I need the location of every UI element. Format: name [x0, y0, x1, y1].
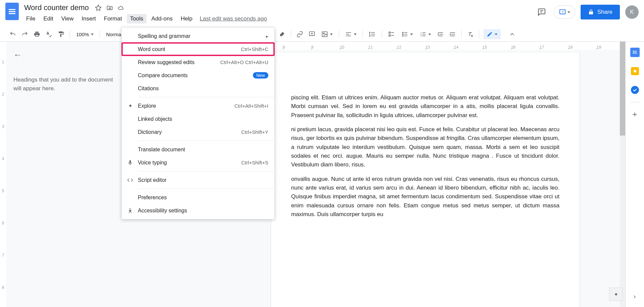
move-icon[interactable] [106, 4, 113, 11]
undo-icon[interactable] [8, 30, 17, 39]
menu-item-label: Script editor [138, 177, 166, 183]
line-spacing-icon[interactable] [367, 31, 378, 38]
menu-shortcut: Ctrl+Alt+Shift+I [234, 103, 268, 109]
ruler-tick: 7 [0, 253, 6, 285]
collapse-toolbar-icon[interactable] [507, 30, 517, 39]
calendar-icon[interactable]: 31 [628, 46, 642, 59]
menu-shortcut: Ctrl+Shift+C [241, 46, 268, 52]
menu-edit[interactable]: Edit [40, 14, 56, 23]
outline-hint: Headings that you add to the document wi… [13, 75, 114, 93]
explore-icon: ✦ [126, 102, 134, 110]
bullet-list-icon[interactable] [399, 31, 415, 38]
add-addon-icon[interactable]: + [628, 108, 642, 121]
ruler-tick: 17 [540, 45, 568, 50]
menu-item-label: Preferences [138, 195, 167, 201]
menu-item-word-count[interactable]: Word count Ctrl+Shift+C [122, 43, 274, 56]
menu-item-voice-typing[interactable]: Voice typing Ctrl+Shift+S [122, 156, 274, 169]
zoom-value: 100% [76, 32, 89, 37]
menu-tools[interactable]: Tools [127, 14, 147, 23]
clear-formatting-icon[interactable] [466, 30, 475, 39]
explore-fab-icon[interactable]: ✦ [609, 288, 623, 301]
new-badge: New [253, 72, 268, 79]
redo-icon[interactable] [20, 30, 30, 39]
zoom-select[interactable]: 100% [74, 32, 96, 37]
menu-item-linked-objects[interactable]: Linked objects [122, 112, 274, 125]
menu-shortcut: Ctrl+Shift+Y [241, 129, 268, 135]
numbered-list-icon[interactable]: 123 [418, 31, 433, 38]
menu-item-script-editor[interactable]: Script editor [122, 173, 274, 187]
menu-divider [138, 171, 274, 171]
insert-image-icon[interactable] [319, 31, 335, 38]
document-title[interactable]: Word counter demo [23, 3, 90, 13]
close-outline-icon[interactable]: ← [13, 50, 114, 60]
menu-addons[interactable]: Add-ons [148, 14, 176, 23]
indent-increase-icon[interactable] [448, 30, 457, 39]
menu-item-label: Dictionary [138, 129, 162, 135]
menu-item-label: Translate document [138, 147, 185, 153]
align-icon[interactable] [343, 31, 359, 38]
menu-help[interactable]: Help [177, 14, 196, 23]
separator [382, 30, 382, 38]
docs-logo-icon[interactable] [5, 3, 19, 20]
highlight-color-icon[interactable] [277, 30, 287, 39]
menu-insert[interactable]: Insert [78, 14, 99, 23]
menu-view[interactable]: View [58, 14, 77, 23]
menu-item-review-edits[interactable]: Review suggested edits Ctrl+Alt+O Ctrl+A… [122, 56, 274, 69]
menu-format[interactable]: Format [101, 14, 125, 23]
menu-item-citations[interactable]: Citations [122, 82, 274, 95]
ruler-tick: 8 [283, 45, 311, 50]
svg-point-8 [402, 36, 404, 37]
star-icon[interactable] [95, 4, 102, 11]
svg-rect-5 [389, 35, 390, 36]
svg-point-7 [402, 34, 404, 35]
menu-item-compare[interactable]: Compare documents New [122, 69, 274, 82]
menu-item-spelling[interactable]: Spelling and grammar ▸ [122, 30, 274, 43]
menu-divider [138, 141, 274, 141]
comment-history-icon[interactable] [535, 5, 548, 19]
code-icon [126, 176, 134, 184]
menu-divider [138, 97, 274, 97]
insert-link-icon[interactable] [295, 30, 305, 39]
print-icon[interactable] [32, 30, 42, 39]
indent-decrease-icon[interactable] [436, 30, 445, 39]
menu-item-translate[interactable]: Translate document [122, 143, 274, 156]
menu-item-explore[interactable]: ✦ Explore Ctrl+Alt+Shift+I [122, 99, 274, 112]
ruler-tick: 11 [368, 45, 397, 50]
ruler-tick: 1 [0, 60, 6, 92]
paragraph[interactable]: piscing elit. Etiam ut ultrices enim. Al… [291, 93, 559, 120]
account-avatar[interactable]: K [625, 5, 639, 19]
ruler-tick: 15 [483, 45, 511, 50]
checklist-icon[interactable] [386, 31, 397, 38]
chevron-down-icon [410, 34, 413, 35]
menu-file[interactable]: File [23, 14, 39, 23]
keep-icon[interactable] [628, 64, 642, 78]
mic-icon [126, 159, 134, 166]
ruler-tick: 14 [454, 45, 482, 50]
side-panel-toggle-icon[interactable]: › [630, 292, 639, 301]
last-edit-link[interactable]: Last edit was seconds ago [197, 14, 270, 23]
paint-format-icon[interactable] [56, 30, 66, 39]
menu-item-dictionary[interactable]: Dictionary Ctrl+Shift+Y [122, 125, 274, 139]
paragraph[interactable]: onvallis augue. Nunc ut ante id eros rut… [291, 175, 559, 219]
separator [479, 30, 479, 38]
spellcheck-icon[interactable] [44, 30, 54, 39]
share-button[interactable]: Share [581, 5, 620, 19]
tasks-icon[interactable] [628, 83, 642, 97]
scrollbar-thumb[interactable] [620, 42, 625, 136]
side-panel: 31 + [625, 42, 644, 307]
paragraph[interactable]: ni pretium lacus, gravida placerat nisi … [291, 125, 559, 169]
ruler-tick: 18 [568, 45, 597, 50]
separator [339, 30, 339, 38]
document-page[interactable]: piscing elit. Etiam ut ultrices enim. Al… [271, 53, 580, 307]
present-button[interactable] [554, 5, 575, 19]
menu-shortcut: Ctrl+Alt+O Ctrl+Alt+U [220, 59, 268, 65]
svg-point-3 [323, 33, 324, 34]
scrollbar[interactable] [620, 42, 625, 307]
menu-item-preferences[interactable]: Preferences [122, 191, 274, 204]
menu-item-label: Compare documents [138, 72, 188, 79]
insert-comment-icon[interactable] [307, 30, 317, 39]
menu-item-accessibility[interactable]: Accessibility settings [122, 204, 274, 217]
cloud-status-icon[interactable] [118, 4, 124, 11]
editing-mode-button[interactable] [483, 29, 501, 39]
chevron-down-icon [354, 34, 357, 35]
